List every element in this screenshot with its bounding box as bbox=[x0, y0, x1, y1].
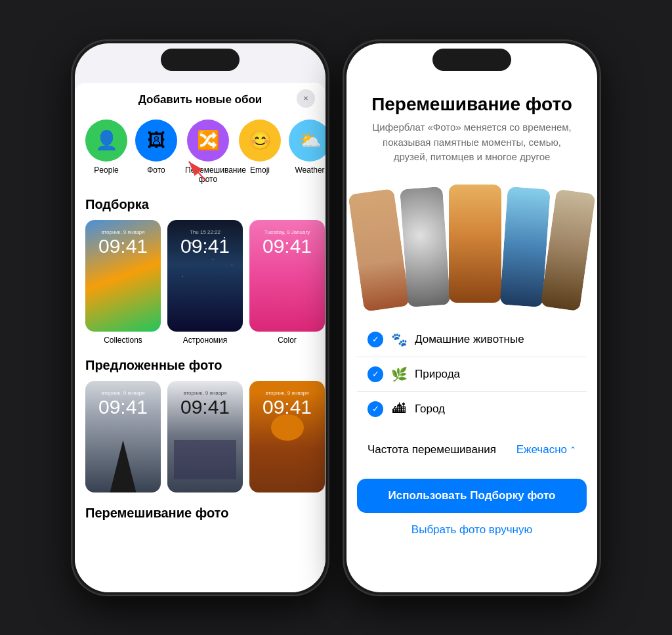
collection-label-astronomy: Астрономия bbox=[183, 336, 228, 345]
option-row-pets[interactable]: ✓ 🐾 Домашние животные bbox=[357, 322, 587, 357]
right-phone-frame: Перемешивание фото Циферблат «Фото» меня… bbox=[344, 41, 600, 595]
use-collection-button[interactable]: Использовать Подборку фото bbox=[357, 479, 587, 513]
right-phone-screen: Перемешивание фото Циферблат «Фото» меня… bbox=[346, 43, 597, 592]
suggested-date-1: вторник, 9 января bbox=[89, 390, 157, 396]
phone-notch bbox=[161, 49, 240, 71]
option-check-city: ✓ bbox=[368, 401, 383, 417]
left-phone-screen: Добавить новые обои × 👤 People 🖼 Фото 🔀 bbox=[75, 43, 326, 592]
detail-subtitle: Циферблат «Фото» меняется со временем, п… bbox=[346, 120, 597, 178]
collection-preview-collections: вторник, 9 января 09:41 bbox=[85, 220, 161, 332]
tree-decoration bbox=[110, 440, 136, 493]
wallpaper-type-people[interactable]: 👤 People bbox=[85, 120, 127, 185]
suggested-item-cat[interactable]: вторник, 9 января 09:41 bbox=[249, 381, 325, 493]
wp-time-astronomy: 09:41 bbox=[171, 236, 239, 256]
options-list: ✓ 🐾 Домашние животные ✓ 🌿 Природа ✓ 🏙 Го… bbox=[357, 322, 587, 426]
select-manually-link[interactable]: Выбрать фото вручную bbox=[346, 521, 597, 539]
collection-label-collections: Collections bbox=[104, 336, 142, 345]
suggested-time-2: 09:41 bbox=[171, 397, 239, 417]
building-decoration bbox=[174, 440, 236, 479]
svg-line-1 bbox=[189, 162, 206, 181]
pets-icon: 🐾 bbox=[391, 332, 407, 347]
wp-date-collections: вторник, 9 января bbox=[89, 229, 157, 235]
option-check-pets: ✓ bbox=[368, 332, 383, 347]
wp-date-color: Tuesday, 9 January bbox=[253, 229, 321, 235]
weather-icon: ⛅ bbox=[289, 120, 326, 162]
detail-title: Перемешивание фото bbox=[346, 83, 597, 121]
option-row-city[interactable]: ✓ 🏙 Город bbox=[357, 392, 587, 426]
wallpaper-type-photo[interactable]: 🖼 Фото bbox=[135, 120, 177, 185]
cat-decoration bbox=[271, 414, 304, 441]
wallpaper-type-weather[interactable]: ⛅ Weather bbox=[289, 120, 326, 185]
frequency-row[interactable]: Частота перемешивания Ежечасно ⌃ bbox=[357, 434, 587, 466]
suggested-item-nature[interactable]: вторник, 9 января 09:41 bbox=[85, 381, 161, 493]
collage-photo-3-cat bbox=[449, 185, 501, 303]
collection-preview-astronomy: Thu 15 22:22 09:41 bbox=[167, 220, 243, 332]
wp-time-collections: 09:41 bbox=[89, 236, 157, 256]
modal-close-button[interactable]: × bbox=[297, 89, 315, 108]
nature-icon: 🌿 bbox=[391, 366, 407, 382]
suggested-time-1: 09:41 bbox=[89, 397, 157, 417]
option-row-nature[interactable]: ✓ 🌿 Природа bbox=[357, 357, 587, 392]
suggested-section-header: Предложенные фото bbox=[75, 355, 326, 381]
collection-item-astronomy[interactable]: Thu 15 22:22 09:41 Астрономия bbox=[167, 220, 243, 345]
bottom-section-header: Перемешивание фото bbox=[75, 503, 326, 529]
red-arrow-icon bbox=[177, 152, 216, 191]
weather-label: Weather bbox=[295, 165, 324, 175]
collections-row: вторник, 9 января 09:41 Collections bbox=[75, 220, 326, 355]
nature-label: Природа bbox=[415, 368, 576, 381]
collage-photo-2 bbox=[400, 186, 450, 307]
people-icon: 👤 bbox=[85, 120, 127, 162]
detail-screen: Перемешивание фото Циферблат «Фото» меня… bbox=[346, 43, 597, 592]
modal-header: Добавить новые обои × bbox=[75, 83, 326, 114]
modal-sheet: Добавить новые обои × 👤 People 🖼 Фото 🔀 bbox=[75, 83, 326, 592]
photo-icon: 🖼 bbox=[135, 120, 177, 162]
chevron-down-icon: ⌃ bbox=[570, 445, 576, 454]
suggested-item-city[interactable]: вторник, 9 января 09:41 bbox=[167, 381, 243, 493]
frequency-label: Частота перемешивания bbox=[368, 443, 496, 456]
people-label: People bbox=[94, 165, 118, 175]
modal-title: Добавить новые обои bbox=[138, 93, 262, 106]
wp-time-color: 09:41 bbox=[253, 236, 321, 256]
annotation-arrow bbox=[177, 152, 216, 194]
emoji-label: Emoji bbox=[250, 165, 270, 175]
collection-item-collections[interactable]: вторник, 9 января 09:41 Collections bbox=[85, 220, 161, 345]
left-phone-frame: Добавить новые обои × 👤 People 🖼 Фото 🔀 bbox=[72, 41, 328, 595]
pets-label: Домашние животные bbox=[415, 333, 576, 346]
city-icon: 🏙 bbox=[391, 401, 407, 416]
photo-collage bbox=[357, 178, 587, 309]
collections-section-header: Подборка bbox=[75, 194, 326, 220]
suggested-date-2: вторник, 9 января bbox=[171, 390, 239, 396]
collection-label-color: Color bbox=[278, 336, 297, 345]
photo-label: Фото bbox=[147, 165, 165, 175]
wp-date-astronomy: Thu 15 22:22 bbox=[171, 229, 239, 235]
right-phone-notch bbox=[432, 49, 511, 71]
option-check-nature: ✓ bbox=[368, 366, 383, 382]
suggested-row: вторник, 9 января 09:41 вторник, 9 январ… bbox=[75, 381, 326, 503]
collection-item-color[interactable]: Tuesday, 9 January 09:41 Color bbox=[249, 220, 325, 345]
emoji-icon: 😊 bbox=[239, 120, 281, 162]
city-label: Город bbox=[415, 403, 576, 416]
wallpaper-type-emoji[interactable]: 😊 Emoji bbox=[239, 120, 281, 185]
collection-preview-color: Tuesday, 9 January 09:41 bbox=[249, 220, 325, 332]
suggested-date-3: вторник, 9 января bbox=[253, 390, 321, 396]
frequency-value: Ежечасно ⌃ bbox=[516, 443, 576, 456]
